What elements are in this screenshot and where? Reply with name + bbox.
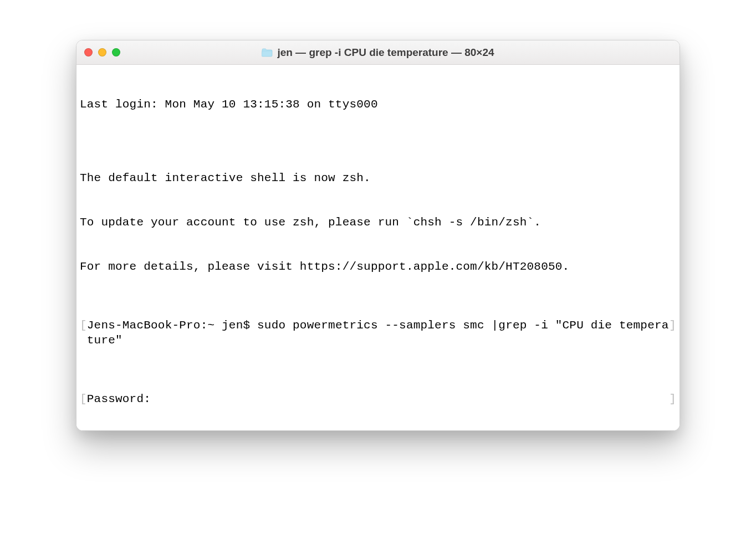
- terminal-body[interactable]: Last login: Mon May 10 13:15:38 on ttys0…: [76, 65, 680, 430]
- close-button[interactable]: [84, 48, 93, 56]
- prompt-open-bracket: [: [80, 318, 87, 333]
- terminal-window: jen — grep -i CPU die temperature — 80×2…: [76, 40, 680, 431]
- prompt-close-bracket: ]: [669, 318, 676, 333]
- window-title-text: jen — grep -i CPU die temperature — 80×2…: [277, 47, 494, 59]
- zsh-notice-line: For more details, please visit https://s…: [78, 260, 678, 275]
- zsh-notice-line: To update your account to use zsh, pleas…: [78, 215, 678, 230]
- prompt-line: [Jens-MacBook-Pro:~ jen$ sudo powermetri…: [78, 318, 678, 348]
- titlebar[interactable]: jen — grep -i CPU die temperature — 80×2…: [76, 40, 680, 65]
- prompt-text: Jens-MacBook-Pro:~ jen$ sudo powermetric…: [87, 318, 669, 348]
- folder-icon: [262, 48, 273, 57]
- password-open-bracket: [: [80, 392, 87, 407]
- password-text: Password:: [87, 392, 669, 407]
- password-line: [Password:]: [78, 392, 678, 407]
- zoom-button[interactable]: [112, 48, 120, 56]
- zsh-notice-line: The default interactive shell is now zsh…: [78, 171, 678, 186]
- traffic-lights: [84, 48, 120, 56]
- minimize-button[interactable]: [98, 48, 106, 56]
- password-close-bracket: ]: [669, 392, 676, 407]
- window-title: jen — grep -i CPU die temperature — 80×2…: [76, 47, 680, 59]
- last-login-line: Last login: Mon May 10 13:15:38 on ttys0…: [78, 97, 678, 112]
